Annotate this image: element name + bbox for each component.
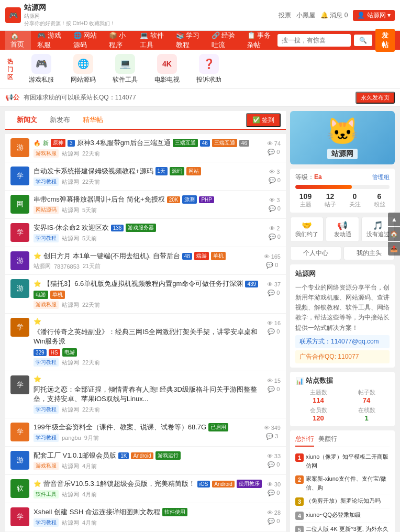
profile-card: 🐱 站源网 — [290, 111, 395, 164]
broadcast-label: 发动通 — [329, 230, 355, 238]
rank-text[interactable]: xiuno（像罗）知平模板二开商版仿网 — [306, 452, 390, 470]
broadcast-button[interactable]: 📢 发动通 — [326, 217, 359, 242]
time: 5天前 — [82, 206, 97, 214]
tab-new-posts[interactable]: 新发布 — [43, 111, 76, 130]
time: 22天前 — [82, 178, 100, 186]
post-title-link[interactable]: 阿托远之恋：全部证捏，倾情青春有人跑! 经典3D级版格斗问关手游图整整垒，支持安… — [34, 385, 263, 404]
post-title-row: 自动发卡系统搭建保姆级视频教程+源码 1天 源码 网站 — [34, 167, 264, 176]
comment-count: 💬 3 — [266, 433, 278, 440]
post-title-row: ⭐ 《潘行传奇之英雄副业》：经典三网IS全网激烈打架关手架，讲零安卓桌和Win服… — [34, 318, 263, 357]
post-content: 🔥 新 原神 3 原神3.4私服带gm后台三端互通 三端互通 46 三端互通 4… — [34, 138, 263, 158]
tag: 46 — [239, 140, 249, 147]
cat-web[interactable]: 🌐 网站源码 — [68, 54, 99, 84]
view-count: 👁 3 — [269, 197, 280, 203]
nav-learn[interactable]: 📚 学习教程 — [171, 28, 205, 53]
tag: 端游 — [194, 252, 209, 260]
rank-text[interactable]: （免剪开放）新罗论坛知乃吗 — [306, 496, 381, 505]
cat-game[interactable]: 🎮 游戏私服 — [26, 54, 57, 84]
category-tag: 学习教程 — [34, 434, 59, 442]
author: 站源网 — [62, 491, 79, 498]
my-topics-link[interactable]: 我的主头 — [343, 246, 395, 260]
category-tag: 网站源码 — [34, 206, 59, 214]
nav-game[interactable]: 🎮 游戏私服 — [32, 28, 66, 53]
follow-label: 关注 — [345, 201, 365, 208]
home-button[interactable]: 🏠 — [388, 227, 400, 241]
tab-bar: 新闻文 新发布 精华帖 ✅ 签到 — [5, 111, 286, 130]
author: 站源网 — [62, 519, 79, 527]
rank-tab-beauty[interactable]: 美颜行 — [318, 435, 337, 447]
time: 22天前 — [82, 406, 100, 414]
post-title-link[interactable]: 自动发卡系统搭建保姆级视频教程+源码 — [34, 167, 153, 176]
post-title-link[interactable]: 199年级全套资料全（课件、教案、说课、试卷等）68.7G — [34, 423, 206, 432]
new-icon: 新 — [43, 139, 49, 147]
follow-count: 0 — [345, 192, 365, 201]
notifications-link[interactable]: 🔔 消息 0 — [320, 11, 348, 20]
search-button[interactable]: 🔍 — [354, 35, 372, 46]
notice-button[interactable]: 永久发布页 — [355, 92, 395, 104]
logo-area: 🎮 站源网 站源网 分享你的好资源！按 Ctrl+D 收藏我们！ — [5, 3, 115, 27]
category-tag: 学习教程 — [34, 518, 59, 527]
tag: HS — [49, 349, 60, 356]
user-menu[interactable]: 👤 站源网 ▾ — [353, 10, 395, 21]
nav-exp[interactable]: 🔗 经验吐流 — [206, 28, 241, 53]
post-title-link[interactable]: 创日方月 本1单一键端(不用去纽机), 自带后台 — [43, 251, 180, 261]
post-title-link[interactable]: 串带cms弹幕播放器调训+后台 简化+免授权 — [34, 195, 165, 204]
post-title-link[interactable]: 《潘行传奇之英雄副业》：经典三网IS全网激烈打架关手架，讲零安卓桌和Win服务派 — [34, 327, 263, 346]
avatar: 学 — [10, 223, 29, 242]
search-input[interactable] — [277, 34, 351, 47]
logo-text: 站源网 站源网 分享你的好资源！按 Ctrl+D 收藏我们！ — [24, 3, 115, 27]
nav-web[interactable]: 🌐 网站源码 — [68, 28, 103, 53]
rank-text[interactable]: 家案新-xiuno支付件、支付宝/微信、购 — [306, 474, 390, 492]
post-title-link[interactable]: 【猫托3】6.6单机版免虚拟机视频教程内置gm命令可做任务打深渊 — [43, 279, 243, 289]
post-stats: 👁 74 💬 0 — [267, 138, 281, 156]
tag: Android — [212, 481, 234, 487]
cat-soft[interactable]: 💻 软件工具 — [109, 54, 141, 84]
blacklist-link[interactable]: 小黑屋 — [296, 11, 315, 20]
nav-misc[interactable]: 📋 事务杂帖 — [242, 28, 276, 53]
signin-button[interactable]: ✅ 签到 — [246, 113, 281, 127]
nav-soft[interactable]: 💻 软件工具 — [135, 28, 169, 53]
share-button[interactable]: 📤 — [388, 242, 400, 256]
topic-count: 109 — [295, 192, 316, 201]
post-title-row: 安界IS·休余命2 欢迎区欢 136 游戏服务器 — [34, 223, 264, 232]
scroll-up-button[interactable]: ▲ — [388, 213, 400, 226]
post-title-link[interactable]: 配套工厂 V1.0.1邮银会员版 — [34, 451, 116, 460]
author: 站源网 — [34, 262, 51, 270]
stat-follows: 0 关注 — [345, 192, 365, 208]
post-title-link[interactable]: 原神3.4私服带gm后台三端互通 — [77, 138, 171, 148]
categories-row: 热门区 🎮 游戏私服 🌐 网站源码 💻 软件工具 4K 电影电视 ❓ 投诉求助 — [0, 50, 400, 89]
friend-button[interactable]: 🤝 我们约了 — [290, 217, 324, 242]
nav-home[interactable]: 🏠 首页 — [5, 29, 31, 52]
table-row: 学 199年级全套资料全（课件、教案、说课、试卷等）68.7G 已启用 学习教程… — [5, 418, 286, 447]
profile-center-link[interactable]: 个人中心 — [290, 246, 341, 260]
avatar: 学 — [10, 318, 29, 337]
rank-text[interactable]: 二位人版 4K 更新^3更, 为外永久尾 — [306, 525, 390, 532]
cat-tv-icon: 4K — [157, 54, 177, 74]
table-row: 学 Xshell 创建 SSH 命运连接详细图则文教程 软件使用 学习教程 站源… — [5, 503, 286, 531]
stat-online: 在线数 1 — [343, 406, 390, 422]
time: 4月前 — [82, 462, 97, 470]
post-button[interactable]: 发帖 — [375, 29, 395, 52]
vote-link[interactable]: 投票 — [279, 11, 291, 20]
post-content: 串带cms弹幕播放器调训+后台 简化+免授权 20K 源测 PHP 网站源码 站… — [34, 195, 264, 214]
view-count: 👁 16 — [267, 320, 281, 326]
rank-tab-total[interactable]: 总排行 — [295, 435, 314, 447]
category-tag: 游戏私服 — [34, 462, 59, 470]
level-fill — [295, 185, 352, 189]
cat-qa[interactable]: ❓ 投诉求助 — [193, 54, 225, 84]
post-title-link[interactable]: 蕾音音乐V10.5.3.1解锁超级会员版，完美精简版！ — [43, 479, 195, 489]
rank-number: 3 — [295, 497, 304, 506]
character-icon: 🐱 — [295, 116, 390, 147]
contact-qq: 联系方式：114077@qq.com — [295, 335, 390, 348]
post-title-link[interactable]: 安界IS·休余命2 欢迎区欢 — [34, 223, 109, 232]
manage-link[interactable]: 管理组 — [372, 173, 390, 181]
category-tag: 游戏私服 — [34, 301, 59, 309]
post-title-link[interactable]: Xshell 创建 SSH 命运连接详细图则文教程 — [34, 507, 160, 517]
stat-topics-value: 114 — [295, 396, 341, 404]
about-desc: 一个专业的网络资源分享平台，创新用年游戏机服、网站源码、查讲视频、解锁教程、软件… — [295, 283, 390, 333]
nav-miniapp[interactable]: 📦 小程序 — [104, 28, 134, 53]
tab-new-articles[interactable]: 新闻文 — [10, 111, 43, 130]
cat-tv[interactable]: 4K 电影电视 — [151, 54, 183, 84]
tab-elite[interactable]: 精华帖 — [76, 111, 109, 130]
rank-text[interactable]: xiuno~QQ必登乘加级 — [306, 511, 361, 519]
